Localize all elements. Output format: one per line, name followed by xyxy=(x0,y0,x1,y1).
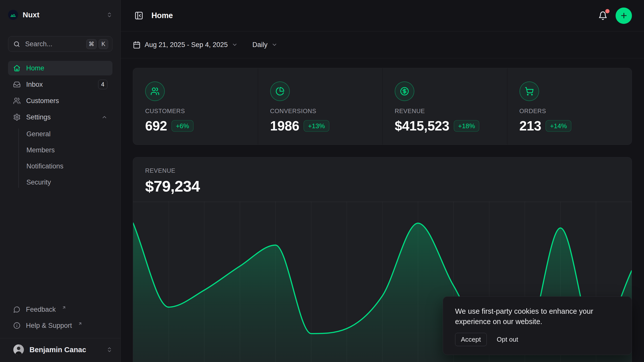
search-placeholder: Search... xyxy=(25,40,81,48)
stat-label: CUSTOMERS xyxy=(145,108,246,115)
user-name: Benjamin Canac xyxy=(29,346,101,354)
cookie-message: We use first-party cookies to enhance yo… xyxy=(455,306,609,327)
stat-icon-circle xyxy=(519,81,539,101)
filters-toolbar: Aug 21, 2025 - Sep 4, 2025 Daily xyxy=(121,31,644,58)
stat-label: CONVERSIONS xyxy=(270,108,371,115)
search-shortcut: ⌘ K xyxy=(86,39,108,49)
chevron-down-icon xyxy=(232,42,238,48)
accept-cookies-button[interactable]: Accept xyxy=(455,333,487,346)
search-input[interactable]: Search... ⌘ K xyxy=(8,36,112,52)
external-link-icon xyxy=(78,322,82,326)
sidebar-item-inbox[interactable]: Inbox 4 xyxy=(8,77,112,92)
notifications-button[interactable] xyxy=(597,10,609,22)
stat-value: 1986 xyxy=(270,118,299,133)
info-icon xyxy=(13,322,20,329)
inbox-icon xyxy=(13,81,21,88)
notification-dot xyxy=(605,9,610,13)
chevrons-up-down-icon xyxy=(106,12,112,18)
external-link-icon xyxy=(62,305,66,310)
stat-card-customers[interactable]: CUSTOMERS 692 +6% xyxy=(133,68,258,145)
inbox-badge: 4 xyxy=(98,80,107,89)
avatar xyxy=(13,344,24,355)
sidebar-item-members[interactable]: Members xyxy=(8,143,112,157)
stat-delta-badge: +14% xyxy=(546,120,571,132)
user-menu[interactable]: Benjamin Canac xyxy=(0,338,120,362)
help-support-label: Help & Support xyxy=(26,322,72,330)
optout-cookies-button[interactable]: Opt out xyxy=(497,336,518,343)
add-button[interactable] xyxy=(616,8,632,24)
stat-label: ORDERS xyxy=(519,108,620,115)
users-icon xyxy=(13,97,21,105)
sidebar-item-notifications[interactable]: Notifications xyxy=(8,159,112,173)
feedback-label: Feedback xyxy=(26,306,56,313)
stat-card-orders[interactable]: ORDERS 213 +14% xyxy=(507,68,632,145)
stat-delta-badge: +18% xyxy=(454,120,479,132)
sidebar-item-general[interactable]: General xyxy=(8,127,112,141)
gear-icon xyxy=(13,113,21,121)
chevrons-up-down-icon xyxy=(106,347,112,353)
sidebar-item-security[interactable]: Security xyxy=(8,175,112,189)
sidebar-footer-links: Feedback Help & Support xyxy=(8,304,112,331)
page-title: Home xyxy=(151,11,173,20)
pie-chart-icon xyxy=(275,87,285,96)
sidebar-item-label: Home xyxy=(26,64,44,72)
sidebar-item-label: Inbox xyxy=(26,81,43,88)
sidebar-item-home[interactable]: Home xyxy=(8,61,112,75)
team-name: Nuxt xyxy=(23,11,102,19)
page-header: Home xyxy=(121,0,644,31)
sidebar-item-customers[interactable]: Customers xyxy=(8,94,112,108)
app-root: Nuxt Search... ⌘ K Home Inbox 4 xyxy=(0,0,644,362)
revenue-chart-label: REVENUE xyxy=(145,167,620,174)
collapse-sidebar-button[interactable] xyxy=(133,10,145,22)
chevron-up-icon xyxy=(101,114,107,120)
stat-delta-badge: +6% xyxy=(172,120,193,132)
plus-icon xyxy=(620,12,628,20)
sidebar-item-settings[interactable]: Settings xyxy=(8,110,112,124)
nuxt-logo-icon xyxy=(8,10,18,20)
message-icon xyxy=(13,306,20,313)
settings-subnav: General Members Notifications Security xyxy=(8,127,112,189)
home-icon xyxy=(13,64,21,72)
sidebar-item-label: Customers xyxy=(26,97,59,105)
stat-delta-badge: +13% xyxy=(304,120,329,132)
stat-icon-circle xyxy=(395,81,414,101)
dollar-circle-icon xyxy=(400,87,409,96)
cookie-banner: We use first-party cookies to enhance yo… xyxy=(443,296,632,355)
help-support-link[interactable]: Help & Support xyxy=(8,320,112,331)
sidebar-nav: Home Inbox 4 Customers Settings xyxy=(8,61,112,124)
chevron-down-icon xyxy=(271,42,277,48)
stats-row: CUSTOMERS 692 +6% CONVERSIONS 1986 +13% xyxy=(133,68,632,145)
stat-card-conversions[interactable]: CONVERSIONS 1986 +13% xyxy=(258,68,383,145)
stat-value: 213 xyxy=(519,118,541,133)
revenue-chart-total: $79,234 xyxy=(145,177,620,195)
date-range-value: Aug 21, 2025 - Sep 4, 2025 xyxy=(145,41,228,49)
stat-card-revenue[interactable]: REVENUE $415,523 +18% xyxy=(382,68,507,145)
date-range-picker[interactable]: Aug 21, 2025 - Sep 4, 2025 xyxy=(133,41,238,49)
kbd-k: K xyxy=(99,39,108,49)
stat-icon-circle xyxy=(145,81,165,101)
stat-label: REVENUE xyxy=(395,108,495,115)
users-icon xyxy=(150,87,159,96)
feedback-link[interactable]: Feedback xyxy=(8,304,112,315)
stat-icon-circle xyxy=(270,81,290,101)
stat-value: $415,523 xyxy=(395,118,449,133)
granularity-select[interactable]: Daily xyxy=(252,41,277,49)
sidebar-item-label: Settings xyxy=(26,113,51,121)
cart-icon xyxy=(525,87,534,96)
sidebar: Nuxt Search... ⌘ K Home Inbox 4 xyxy=(0,0,121,362)
search-icon xyxy=(13,41,20,48)
stat-value: 692 xyxy=(145,118,167,133)
granularity-value: Daily xyxy=(252,41,267,49)
calendar-icon xyxy=(133,41,141,49)
team-selector[interactable]: Nuxt xyxy=(8,8,112,22)
kbd-cmd: ⌘ xyxy=(86,39,97,49)
panel-left-close-icon xyxy=(134,11,143,20)
